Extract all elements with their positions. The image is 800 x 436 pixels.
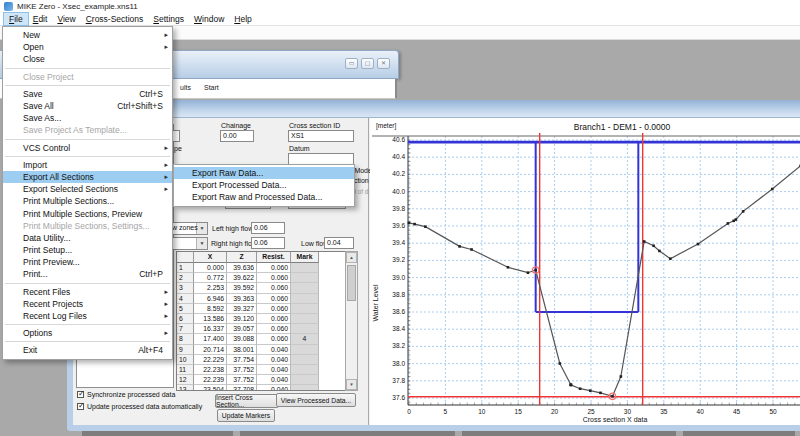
table-cell[interactable]: 37.752 [227, 375, 257, 385]
update-auto-checkbox-row[interactable]: ✓ Update processed data automatically [77, 403, 202, 410]
table-cell[interactable]: 37.754 [227, 355, 257, 365]
data-point-marker[interactable] [643, 240, 646, 243]
table-cell[interactable]: 0.000 [194, 263, 227, 273]
data-point-marker[interactable] [424, 225, 427, 228]
data-point-marker[interactable] [599, 392, 602, 395]
table-cell[interactable]: 4 [177, 294, 194, 304]
table-cell[interactable]: 0.060 [257, 324, 291, 334]
table-cell[interactable] [291, 324, 319, 334]
table-cell[interactable]: 0.772 [194, 273, 227, 283]
menu-item-recent-files[interactable]: Recent Files▸ [3, 286, 172, 298]
table-cell[interactable]: 6.946 [194, 294, 227, 304]
tab-results-fragment[interactable]: ults [180, 84, 191, 91]
table-cell[interactable]: 38.001 [227, 345, 257, 355]
data-point-marker[interactable] [589, 389, 592, 392]
menu-item-print-multiple-sections-preview[interactable]: Print Multiple Sections, Preview [3, 207, 172, 219]
table-cell[interactable]: 20.714 [194, 345, 227, 355]
table-cell[interactable] [291, 365, 319, 375]
table-cell[interactable]: 10 [177, 355, 194, 365]
data-point-marker[interactable] [408, 222, 411, 225]
data-point-marker[interactable] [507, 266, 510, 269]
table-cell[interactable]: 0.060 [257, 294, 291, 304]
table-cell[interactable] [291, 263, 319, 273]
table-row[interactable]: 20.77239.6220.060 [177, 273, 357, 283]
table-cell[interactable]: 39.636 [227, 263, 257, 273]
menu-item-open[interactable]: Open▸ [3, 41, 172, 53]
scroll-up-icon[interactable]: ▲ [346, 252, 357, 263]
scrollbar-thumb[interactable] [347, 265, 356, 301]
close-button-icon[interactable]: ✕ [377, 58, 390, 69]
raw-data-table[interactable]: XZResist.Mark10.00039.6360.06020.77239.6… [176, 251, 358, 391]
table-cell[interactable]: 39.622 [227, 273, 257, 283]
table-cell[interactable]: 2.253 [194, 283, 227, 293]
synchronize-checkbox-row[interactable]: ✓ Synchronize processed data [77, 391, 175, 398]
menu-item-new[interactable]: New▸ [3, 29, 172, 41]
table-cell[interactable]: 8.592 [194, 304, 227, 314]
table-cell[interactable]: 8 [177, 334, 194, 344]
table-cell[interactable]: 6 [177, 314, 194, 324]
table-row[interactable]: 613.58639.1200.060 [177, 314, 357, 324]
table-cell[interactable]: 0.040 [257, 345, 291, 355]
data-point-marker[interactable] [727, 222, 730, 225]
table-row[interactable]: 1222.23937.7520.040 [177, 375, 357, 385]
menu-item-exit[interactable]: ExitAlt+F4 [3, 344, 172, 356]
table-cell[interactable]: 39.363 [227, 294, 257, 304]
data-point-marker[interactable] [669, 257, 672, 260]
table-cell[interactable]: 1 [177, 263, 194, 273]
table-cell[interactable] [291, 273, 319, 283]
data-point-marker[interactable] [527, 271, 530, 274]
table-row[interactable]: 920.71438.0010.040 [177, 345, 357, 355]
menu-item-data-utility[interactable]: Data Utility... [3, 232, 172, 244]
scroll-down-icon[interactable]: ▼ [346, 379, 357, 390]
table-cell[interactable]: 22.238 [194, 365, 227, 375]
checkbox-checked-icon[interactable]: ✓ [77, 403, 84, 410]
chainage-field[interactable]: 0.00 [220, 130, 254, 142]
data-point-marker[interactable] [579, 387, 582, 390]
menu-item-save[interactable]: SaveCtrl+S [3, 88, 172, 100]
table-cell[interactable]: 0.040 [257, 385, 291, 391]
table-cell[interactable] [291, 294, 319, 304]
chevron-down-icon[interactable]: ▼ [196, 238, 207, 249]
table-row[interactable]: 32.25339.5920.060 [177, 283, 357, 293]
table-cell[interactable]: 4 [291, 334, 319, 344]
data-point-marker[interactable] [611, 395, 614, 398]
data-point-marker[interactable] [697, 243, 700, 246]
menu-item-print[interactable]: Print...Ctrl+P [3, 268, 172, 280]
table-cell[interactable]: 0.040 [257, 355, 291, 365]
menu-item-export-all-sections[interactable]: Export All Sections▸ [3, 171, 172, 183]
table-cell[interactable]: 0.060 [257, 263, 291, 273]
menubar-item-cross-sections[interactable]: Cross-Sections [81, 13, 149, 25]
menu-item-export-processed-data[interactable]: Export Processed Data... [174, 179, 354, 191]
menubar-item-window[interactable]: Window [189, 13, 229, 25]
table-cell[interactable]: 0.040 [257, 365, 291, 375]
table-row[interactable]: 58.59239.3270.060 [177, 304, 357, 314]
data-point-marker[interactable] [652, 244, 655, 247]
table-cell[interactable]: 39.088 [227, 334, 257, 344]
menu-item-print-setup[interactable]: Print Setup... [3, 244, 172, 256]
table-cell[interactable]: 9 [177, 345, 194, 355]
table-scrollbar[interactable]: ▲ ▼ [345, 251, 358, 391]
restore-button-icon[interactable]: ▢ [361, 58, 374, 69]
table-cell[interactable]: 22.239 [194, 375, 227, 385]
table-cell[interactable]: 23.504 [194, 385, 227, 391]
menu-item-options[interactable]: Options▸ [3, 327, 172, 339]
table-cell[interactable]: 37.708 [227, 385, 257, 391]
panel-divider[interactable] [368, 118, 369, 425]
tab-start[interactable]: Start [204, 84, 219, 91]
menu-item-export-raw-data[interactable]: Export Raw Data... [174, 167, 354, 179]
menubar-item-view[interactable]: View [52, 13, 80, 25]
menubar-item-settings[interactable]: Settings [148, 13, 189, 25]
data-point-marker[interactable] [570, 384, 573, 387]
table-cell[interactable] [291, 345, 319, 355]
table-row[interactable]: 817.40039.0880.0604 [177, 334, 357, 344]
low-flow-field[interactable]: 0.04 [324, 237, 354, 249]
checkbox-checked-icon[interactable]: ✓ [77, 391, 84, 398]
data-point-marker[interactable] [470, 248, 473, 251]
table-row[interactable]: 1022.22937.7540.040 [177, 355, 357, 365]
data-point-marker[interactable] [658, 250, 661, 253]
menu-item-import[interactable]: Import▸ [3, 159, 172, 171]
data-point-marker[interactable] [558, 362, 561, 365]
menu-item-save-as[interactable]: Save As... [3, 112, 172, 124]
left-high-flow-field[interactable]: 0.06 [251, 222, 285, 234]
menu-item-print-multiple-sections[interactable]: Print Multiple Sections... [3, 195, 172, 207]
